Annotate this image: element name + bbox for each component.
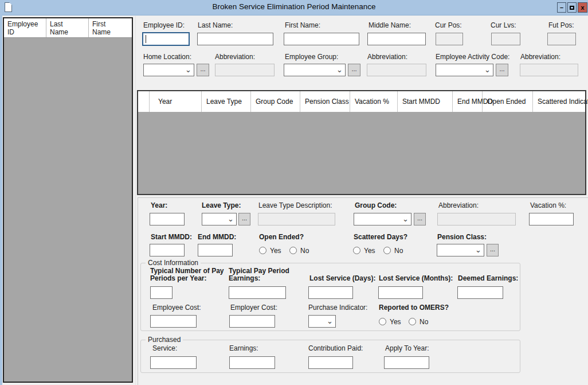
cur-pos-input <box>436 33 463 45</box>
column-header-start-mmdd: Start MMDD <box>398 91 453 112</box>
window-title: Broken Service Elimination Period Mainte… <box>0 2 588 11</box>
pension-class-label: Pension Class: <box>437 233 487 241</box>
chevron-down-icon: ⌄ <box>185 65 191 75</box>
last-name-label: Last Name: <box>198 21 233 29</box>
grid-body[interactable] <box>138 112 585 195</box>
first-name-label: First Name: <box>285 21 320 29</box>
employee-list-header: Employee ID Last Name First Name <box>4 18 132 38</box>
employee-activity-code-label: Employee Activity Code: <box>436 53 509 61</box>
employee-group-lookup-button[interactable]: ... <box>348 64 360 76</box>
lost-service-days-input[interactable] <box>308 286 353 299</box>
typical-pay-periods-label: Typical Number of Pay Periods per Year: <box>150 267 229 282</box>
titlebar[interactable]: Broken Service Elimination Period Mainte… <box>0 0 588 15</box>
chevron-down-icon: ⌄ <box>402 214 409 224</box>
open-ended-no-label: No <box>300 247 309 255</box>
column-header-pension-class: Pension Class <box>300 91 350 112</box>
employee-activity-code-select[interactable]: ⌄ <box>436 64 493 76</box>
first-name-input[interactable] <box>284 33 359 45</box>
employee-list: Employee ID Last Name First Name <box>3 17 133 383</box>
reported-to-omers-no-radio[interactable] <box>409 318 416 325</box>
purchased-service-input[interactable] <box>150 356 197 369</box>
scattered-days-label: Scattered Days? <box>354 233 407 241</box>
lost-service-days-label: Lost Service (Days): <box>309 274 375 282</box>
cur-pos-label: Cur Pos: <box>435 21 462 29</box>
window-left-edge <box>0 15 2 385</box>
employer-cost-label: Employer Cost: <box>230 304 277 312</box>
apply-to-year-label: Apply To Year: <box>385 344 429 352</box>
lost-service-months-input[interactable] <box>378 286 423 299</box>
reported-to-omers-no-label: No <box>420 318 428 326</box>
group-code-label: Group Code: <box>355 201 397 209</box>
pension-class-select[interactable]: ⌄ <box>437 244 484 256</box>
home-location-abbr-input <box>215 64 275 76</box>
maximize-button[interactable] <box>567 2 577 13</box>
detail-panel-border-top <box>138 197 588 198</box>
middle-name-input[interactable] <box>367 33 426 45</box>
column-header-first-name: First Name <box>89 18 132 37</box>
deemed-earnings-input[interactable] <box>457 286 503 299</box>
open-ended-yes-radio[interactable] <box>259 247 266 254</box>
reported-to-omers-label: Reported to OMERS? <box>379 304 449 312</box>
minimize-button[interactable]: – <box>557 2 566 13</box>
deemed-earnings-label: Deemed Earnings: <box>458 274 518 282</box>
middle-name-label: Middle Name: <box>369 21 411 29</box>
contribution-paid-input[interactable] <box>308 356 353 369</box>
column-header-open-ended: Open Ended <box>483 91 533 112</box>
last-name-input[interactable] <box>197 33 273 45</box>
group-code-select[interactable]: ⌄ <box>354 213 411 225</box>
typical-pay-periods-input[interactable] <box>150 286 173 299</box>
start-mmdd-input[interactable] <box>150 244 185 256</box>
open-ended-no-radio[interactable] <box>289 247 297 254</box>
scattered-days-no-radio[interactable] <box>383 247 391 254</box>
home-location-abbr-label: Abbreviation: <box>215 53 255 61</box>
year-label: Year: <box>151 201 167 209</box>
employee-list-body[interactable] <box>4 38 132 382</box>
scattered-days-no-label: No <box>394 247 403 255</box>
panel-separator <box>135 16 136 385</box>
column-header-group-code: Group Code <box>251 91 300 112</box>
group-code-lookup-button[interactable]: ... <box>414 213 426 225</box>
vacation-pct-label: Vacation %: <box>530 201 566 209</box>
leave-type-lookup-button[interactable]: ... <box>238 213 250 225</box>
year-input[interactable] <box>150 213 185 225</box>
reported-to-omers-yes-label: Yes <box>390 318 401 326</box>
reported-to-omers-yes-radio[interactable] <box>379 318 386 325</box>
column-header-scattered-indicator: Scattered Indicator <box>533 91 585 112</box>
window-controls: – x <box>557 2 587 13</box>
employee-cost-label: Employee Cost: <box>152 304 201 312</box>
home-location-select[interactable]: ⌄ <box>143 64 194 76</box>
apply-to-year-input[interactable] <box>384 356 429 369</box>
column-header-end-mmdd: End MMDD <box>453 91 483 112</box>
purchase-indicator-select[interactable]: ⌄ <box>308 315 336 328</box>
maximize-icon <box>570 6 574 10</box>
chevron-down-icon: ⌄ <box>484 65 491 75</box>
detail-panel-border-left <box>138 197 138 385</box>
leave-type-select[interactable]: ⌄ <box>202 213 237 225</box>
end-mmdd-input[interactable] <box>198 244 233 256</box>
column-header-last-name: Last Name <box>46 18 89 37</box>
employee-cost-input[interactable] <box>150 315 197 328</box>
pension-class-lookup-button[interactable]: ... <box>487 244 499 256</box>
close-button[interactable]: x <box>578 2 587 13</box>
chevron-down-icon: ⌄ <box>336 65 343 75</box>
cur-lvs-input <box>491 33 520 45</box>
minimize-icon: – <box>560 4 563 11</box>
employee-group-select[interactable]: ⌄ <box>284 64 346 76</box>
column-header-vacation-pct: Vacation % <box>350 91 398 112</box>
vacation-pct-input[interactable] <box>529 213 574 225</box>
employee-activity-code-lookup-button[interactable]: ... <box>496 64 508 76</box>
purchased-earnings-input[interactable] <box>229 356 275 369</box>
fut-pos-input <box>547 33 576 45</box>
purchased-legend: Purchased <box>146 336 183 344</box>
chevron-down-icon: ⌄ <box>475 245 481 255</box>
employer-cost-input[interactable] <box>229 315 275 328</box>
cur-lvs-label: Cur Lvs: <box>491 21 516 29</box>
purchased-earnings-label: Earnings: <box>229 344 258 352</box>
employee-id-input[interactable] <box>142 32 190 46</box>
typical-pay-period-earnings-input[interactable] <box>229 286 286 299</box>
leave-type-label: Leave Type: <box>202 201 241 209</box>
home-location-lookup-button[interactable]: ... <box>197 64 209 76</box>
purchased-service-label: Service: <box>152 344 177 352</box>
scattered-days-yes-radio[interactable] <box>353 247 360 254</box>
group-code-abbr-label: Abbreviation: <box>438 201 479 209</box>
